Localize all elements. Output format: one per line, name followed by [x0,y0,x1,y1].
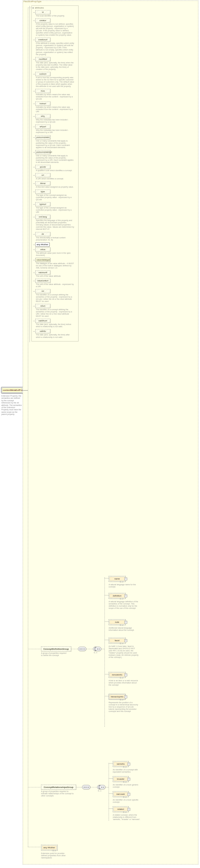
expander-icon[interactable]: + [124,639,127,642]
leaf-label: hierarchyInfo [110,695,125,699]
attr-qcode[interactable]: qcode [35,165,50,169]
expander-icon[interactable]: + [124,695,127,698]
conn [28,787,42,787]
attr-how[interactable]: how [35,89,50,93]
attr-desc: Why the metadata has been included - exp… [36,129,74,133]
leaf-label: sameAs [114,762,128,766]
attr-desc: The attribute value (see more in the spe… [36,252,74,256]
attr-desc: The local identifier of the property. [36,15,74,17]
attr-value[interactable]: value [35,247,50,251]
attr-pubconstraint[interactable]: pubconstraint [35,135,50,139]
attr-desc: One or many constraints that apply to pu… [36,140,74,149]
attr-validto[interactable]: validto [35,329,50,333]
card: 0..∞ [120,598,123,600]
expander-icon[interactable]: + [124,621,127,624]
attr-item: validtoThe date (and, optionally, the ti… [35,329,77,338]
attributes-group: attributes idThe local identifier of the… [32,5,79,341]
attr-validfrom[interactable]: validfrom [35,319,50,323]
card: 0..∞ [123,766,127,768]
attr-creatoruri[interactable]: creatoruri [35,38,50,42]
leaf-label: related [114,807,128,811]
attr-item: typeThe type of the concept assigned as … [35,189,77,201]
attr-dir[interactable]: dir [35,232,50,236]
sequence-compositor-1 [78,647,86,651]
main-spine [28,8,28,847]
box-icon [33,7,34,8]
attr-desc: The type of the concept assigned as cont… [36,207,74,213]
choice-compositor-1 [93,647,101,651]
attr-item: uriA URI which identifies a concept. [35,173,77,180]
attr-item: any ##other [35,242,77,247]
attr-type[interactable]: type [35,189,50,194]
expander-icon[interactable]: + [127,763,130,766]
conn [90,787,97,787]
attr-id[interactable]: id [35,10,50,14]
attr-valuedatatype[interactable]: valuedatatype [35,258,50,262]
attr-item: valueunituriThe unit of the value attrib… [35,279,77,288]
attr-custom[interactable]: custom [35,72,50,76]
conn [105,578,109,579]
attr-item: relThe identifier of a concept defining … [35,289,77,303]
attr-desc: The unit of the value attribute. [36,275,74,277]
attr-uri[interactable]: uri [35,173,50,177]
conn [105,621,109,622]
leaf-desc: An identifier of a concept with equivale… [113,769,144,773]
leaf-desc: An identifier of a more specific concept… [113,799,144,803]
attr-howuri[interactable]: howuri [35,101,50,105]
expander-icon[interactable]: + [124,595,127,597]
attr-why[interactable]: why [35,114,50,118]
attr-item: idThe local identifier of the property. [35,10,77,17]
concept-relationships-group[interactable]: ConceptRelationshipsGroup [41,785,76,789]
attr-typeuri[interactable]: typeuri [35,202,50,206]
expander-icon[interactable]: + [127,793,130,796]
conn [101,649,105,649]
attr-modified[interactable]: modified [35,57,50,61]
leaf-label: definition [110,594,125,598]
attr-valueunit[interactable]: valueunit [35,271,50,275]
attr-item: qcodeA qualified code which identifies a… [35,165,77,172]
crg-label: ConceptRelationshipsGroup [44,786,73,788]
attr-item: howIndicates by which means the value wa… [35,89,77,100]
attr-whyuri[interactable]: whyuri [35,125,50,129]
card: 0..∞ [120,643,123,645]
card-2: 0..∞ [98,790,102,792]
attr-any[interactable]: any ##other [35,242,49,247]
cdg-label: ConceptDefinitionGroup [43,648,69,650]
attr-item: valueThe attribute value (see more in th… [35,247,77,256]
root-element[interactable]: contentMetaExtProperty [1,387,23,393]
card: 0..∞ [123,811,127,813]
attr-item: whyWhy the metadata has been included - … [35,114,77,123]
card-1: 0..∞ [94,652,97,654]
attr-desc: The datatype of the value attribute – it… [36,262,74,269]
leaf-desc: Represents the position of a concept in … [109,702,139,713]
card: 0..∞ [120,677,123,679]
any-other-label: any ##other [42,845,56,849]
conn [109,778,113,779]
conn [105,640,109,640]
attr-desc: If the attribute is empty, specifies whi… [36,42,74,55]
expander-icon[interactable]: + [124,674,127,676]
attr-creator[interactable]: creator [35,19,50,23]
attr-desc: Why the metadata has been included - exp… [36,119,74,123]
attr-valueunituri[interactable]: valueunituri [35,279,50,283]
attr-xml-lang[interactable]: xml:lang [35,215,50,219]
attr-desc: A free-text value assigned as property v… [36,186,74,188]
conn [28,8,32,8]
attr-literal[interactable]: literal [35,181,50,185]
attr-item: valueunitThe unit of the value attribute… [35,271,77,277]
expander-icon[interactable]: + [127,808,130,811]
type-label: Flex2ExtPropType [24,0,41,3]
root-desc: Extension Property: the semantics are de… [1,394,23,416]
attr-rel[interactable]: rel [35,289,50,293]
attr-reluri[interactable]: reluri [35,304,50,308]
leaf-desc: A link to an item or a web resource whic… [109,680,139,686]
expander-icon[interactable]: + [124,578,127,580]
concept-definition-group[interactable]: ConceptDefinitionGroup [41,646,71,651]
expander-icon[interactable]: + [127,778,130,780]
attr-item: pubconstraintOne or many constraints tha… [35,135,77,149]
attr-pubconstrainturi[interactable]: pubconstrainturi [35,150,50,154]
attr-item: creatorIf the property value is not defi… [35,19,77,36]
any-other-desc: Extension point for provider-defined pro… [41,852,68,859]
attr-item: customIf set to true the corresponding p… [35,72,77,88]
crg-desc: A group of properties required to indica… [41,790,74,797]
